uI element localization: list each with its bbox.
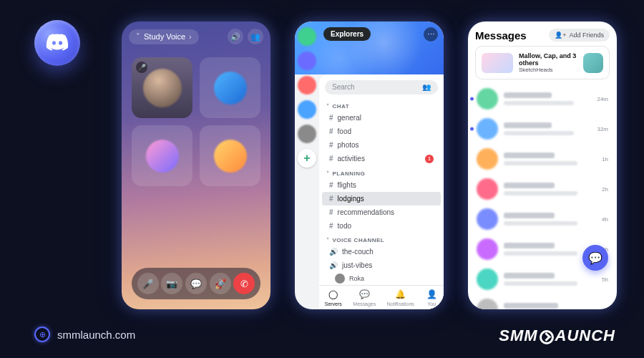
dm-preview [504,153,596,165]
activities-button[interactable]: 🚀 [210,273,231,294]
tab-icon: 🔔 [394,288,407,301]
hangup-button[interactable]: ✆ [233,273,255,294]
avatar [477,148,498,170]
dm-row[interactable]: 32m [468,114,617,144]
search-placeholder: Search [332,83,355,91]
dm-timestamp: 2h [602,186,608,193]
activity-promo-card[interactable]: Mallow, Cap, and 3 others SketchHeads [475,46,610,79]
people-icon[interactable]: 👥 [422,83,431,91]
search-input[interactable]: Search 👥 [325,80,438,95]
channel-prefix-icon: 🔊 [329,248,338,256]
dm-row[interactable]: 4h [468,204,617,234]
promo-thumb-right [583,53,603,73]
promo-title: Mallow, Cap, and 3 others [519,52,577,67]
voice-user-row[interactable]: Roka [319,272,444,285]
server-rail-item[interactable] [298,76,316,95]
bottom-tabbar: ◯Servers💬Messages🔔Notifications👤You [319,285,444,309]
muted-icon: 🎤 [136,62,147,73]
tab-icon: ◯ [327,288,340,301]
channel-row[interactable]: #lodgings [322,192,441,205]
promo-thumb-left [482,53,513,73]
channel-row[interactable]: #general [322,111,441,125]
participant-tile[interactable] [132,125,192,186]
channel-row[interactable]: #photos [322,138,441,152]
dm-row[interactable]: 1h [468,144,617,174]
chevron-down-icon: ˅ [326,103,330,110]
avatar [477,208,498,230]
channel-section-header[interactable]: ˅PLANNING [319,166,444,178]
add-friends-button[interactable]: 👤+ Add Friends [549,29,610,42]
channel-prefix-icon: # [329,195,333,203]
dm-row[interactable] [468,294,617,309]
channel-section-header[interactable]: ˅CHAT [319,99,444,111]
new-message-fab[interactable]: 💬 [582,245,608,271]
mic-button[interactable]: 🎤 [137,273,159,294]
dm-timestamp: 1h [602,156,608,163]
dm-timestamp: 24m [597,96,608,102]
unread-dot [470,127,474,131]
avatar [477,268,498,290]
avatar [477,88,498,110]
tab-label: Servers [325,301,342,306]
dm-preview [504,213,596,226]
dm-row[interactable]: 24m [468,84,617,114]
channel-section-header[interactable]: ˅VOICE CHANNEL [319,233,444,245]
tab-you[interactable]: 👤You [425,288,438,306]
tab-label: Notifications [387,301,414,306]
channel-name: flights [338,181,356,189]
channel-row[interactable]: #food [322,125,441,138]
participant-tile[interactable] [200,57,260,118]
channel-name: food [338,127,351,135]
tab-messages[interactable]: 💬Messages [353,288,376,306]
promo-sub: SketchHeads [519,67,553,73]
channel-row[interactable]: #activities1 [322,152,441,166]
dm-preview [504,273,596,286]
tab-label: You [427,301,436,306]
dm-row[interactable]: 2h [468,174,617,204]
channel-prefix-icon: # [329,208,333,216]
add-friend-icon: 👤+ [555,32,566,39]
channel-row[interactable]: #recommendations [322,205,441,219]
channel-name: activities [338,155,365,163]
brand-o-arrow-icon [540,330,554,344]
tab-servers[interactable]: ◯Servers [325,288,342,306]
server-rail-item[interactable] [298,52,316,70]
channel-row[interactable]: 🔊just-vibes [322,258,441,272]
server-rail-item[interactable] [298,27,316,46]
channel-prefix-icon: # [329,155,333,163]
add-server-button[interactable]: + [298,149,316,168]
server-name-pill[interactable]: Explorers [323,27,371,41]
chevron-down-icon: ˅ [136,32,140,42]
channel-name: general [338,114,361,122]
dm-timestamp: 5h [602,276,608,283]
dm-timestamp: 4h [602,216,608,223]
channel-prefix-icon: # [329,141,333,149]
chevron-down-icon: ˅ [326,170,330,177]
tab-notifications[interactable]: 🔔Notifications [387,288,414,306]
channel-prefix-icon: # [329,114,333,122]
channel-name: todo [338,222,351,230]
channel-prefix-icon: # [329,181,333,189]
avatar [335,274,345,284]
channel-prefix-icon: # [329,222,333,230]
channel-row[interactable]: 🔊the-couch [322,245,441,258]
avatar [477,178,498,200]
footer-url: ⊕ smmlaunch.com [34,326,135,342]
chat-button[interactable]: 💬 [185,273,207,294]
participant-tile[interactable] [200,125,260,186]
channel-row[interactable]: #flights [322,178,441,192]
server-more-icon[interactable]: ⋯ [424,27,438,42]
channel-prefix-icon: 🔊 [329,261,338,269]
server-rail-item[interactable] [298,125,316,143]
participant-tile[interactable]: 🎤 [132,57,192,118]
speaker-icon[interactable]: 🔊 [228,29,243,44]
phone-voice-call: ˅ Study Voice › 🔊 👥 🎤 🎤 📷 💬 🚀 ✆ [122,21,270,309]
dm-timestamp: 32m [597,126,608,132]
dm-preview [504,122,591,135]
dm-preview [504,92,591,105]
camera-button[interactable]: 📷 [161,273,182,294]
channel-pill[interactable]: ˅ Study Voice › [129,29,199,44]
channel-row[interactable]: #todo [322,219,441,233]
add-user-icon[interactable]: 👥 [248,29,263,44]
server-rail-item[interactable] [298,100,316,119]
